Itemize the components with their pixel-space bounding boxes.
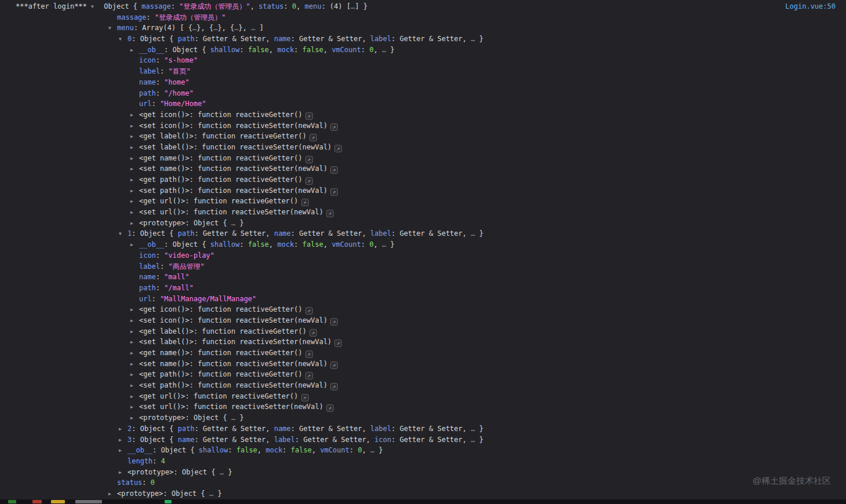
twisty-collapsed-icon[interactable]: ▶ (130, 121, 139, 132)
token-plain: <set name()>: function reactiveSetter(ne… (139, 165, 327, 173)
jump-to-definition-icon[interactable]: ↗ (330, 383, 338, 390)
token-plain: : (156, 273, 164, 281)
console-row: label: "首页" (0, 66, 846, 77)
twisty-collapsed-icon[interactable]: ▶ (130, 154, 139, 165)
console-row: ▶<prototype>: Object { … } (0, 412, 846, 423)
twisty-collapsed-icon[interactable]: ▶ (130, 381, 139, 392)
jump-to-definition-icon[interactable]: ↗ (330, 166, 338, 174)
jump-to-definition-icon[interactable]: ↗ (309, 134, 317, 141)
token-plain: : (152, 457, 161, 465)
twisty-collapsed-icon[interactable]: ▶ (130, 132, 139, 143)
twisty-collapsed-icon[interactable]: ▶ (130, 207, 139, 218)
token-plain: , (362, 446, 370, 454)
token-plain: <get path()>: function reactiveGetter() (139, 370, 302, 378)
console-row: ▶<set url()>: function reactiveSetter(ne… (0, 207, 846, 218)
twisty-collapsed-icon[interactable]: ▶ (130, 175, 139, 186)
twisty-collapsed-icon[interactable]: ▶ (130, 413, 139, 424)
jump-to-definition-icon[interactable]: ↗ (326, 404, 334, 412)
twisty-collapsed-icon[interactable]: ▶ (119, 445, 127, 456)
twisty-collapsed-icon[interactable]: ▶ (130, 337, 139, 348)
token-plain: , (323, 240, 331, 249)
jump-to-definition-icon[interactable]: ↗ (301, 394, 309, 401)
twisty-collapsed-icon[interactable]: ▶ (119, 468, 127, 479)
twisty-collapsed-icon[interactable]: ▶ (119, 424, 127, 435)
token-key: name (274, 229, 291, 238)
token-plain: } (386, 240, 394, 249)
token-plain: } (224, 468, 232, 476)
jump-to-definition-icon[interactable]: ↗ (305, 112, 313, 120)
token-plain: : (282, 446, 290, 454)
twisty-collapsed-icon[interactable]: ▶ (130, 402, 139, 413)
twisty-collapsed-icon[interactable]: ▶ (119, 435, 127, 446)
jump-to-definition-icon[interactable]: ↗ (305, 177, 313, 185)
token-plain: : Getter & Setter, (195, 229, 274, 238)
twisty-collapsed-icon[interactable]: ▶ (130, 186, 139, 197)
jump-to-definition-icon[interactable]: ↗ (330, 123, 338, 131)
jump-to-definition-icon[interactable]: ↗ (330, 361, 338, 369)
twisty-expanded-icon[interactable]: ▼ (108, 23, 117, 34)
token-plain: : Object { (132, 436, 177, 444)
token-plain: : Object { (132, 425, 177, 433)
twisty-collapsed-icon[interactable]: ▶ (130, 110, 139, 121)
token-plain: } (235, 414, 243, 422)
token-plain: : Getter & Setter, (391, 35, 471, 43)
twisty-expanded-icon[interactable]: ▼ (91, 2, 100, 13)
token-key: path (178, 35, 195, 43)
token-plain: , (374, 46, 382, 54)
twisty-collapsed-icon[interactable]: ▶ (130, 45, 139, 56)
twisty-collapsed-icon[interactable]: ▶ (130, 196, 139, 207)
twisty-collapsed-icon[interactable]: ▶ (130, 143, 139, 154)
console-row: label: "商品管理" (0, 261, 846, 272)
jump-to-definition-icon[interactable]: ↗ (326, 210, 334, 217)
token-key: shallow (210, 46, 240, 54)
token-plain: : Getter & Setter, (195, 425, 274, 433)
twisty-collapsed-icon[interactable]: ▶ (130, 316, 139, 327)
jump-to-definition-icon[interactable]: ↗ (305, 156, 313, 163)
twisty-expanded-icon[interactable]: ▼ (119, 229, 127, 240)
twisty-collapsed-icon[interactable]: ▶ (130, 392, 139, 403)
jump-to-definition-icon[interactable]: ↗ (305, 350, 313, 358)
jump-to-definition-icon[interactable]: ↗ (305, 307, 313, 315)
twisty-collapsed-icon[interactable]: ▶ (130, 327, 139, 338)
taskbar-item[interactable] (51, 500, 65, 503)
taskbar-item[interactable] (8, 500, 16, 503)
token-plain: : Getter & Setter, (295, 436, 374, 444)
taskbar-item[interactable] (165, 500, 172, 503)
twisty-collapsed-icon[interactable]: ▶ (130, 218, 139, 229)
token-num: false (302, 240, 323, 249)
twisty-collapsed-icon[interactable]: ▶ (130, 240, 139, 251)
token-plain: <set label()>: function reactiveSetter(n… (139, 143, 331, 151)
twisty-expanded-icon[interactable]: ▼ (119, 34, 127, 45)
jump-to-definition-icon[interactable]: ↗ (305, 372, 313, 379)
taskbar-item[interactable] (32, 500, 42, 503)
token-key: label (139, 262, 160, 271)
source-file-link[interactable]: Login.vue:50 (785, 1, 836, 12)
jump-to-definition-icon[interactable]: ↗ (301, 199, 309, 206)
twisty-collapsed-icon[interactable]: ▶ (130, 164, 139, 175)
token-num: false (302, 46, 323, 54)
twisty-collapsed-icon[interactable]: ▶ (130, 305, 139, 316)
taskbar-item[interactable] (75, 500, 102, 503)
token-num: 0 (151, 479, 155, 487)
twisty-collapsed-icon[interactable]: ▶ (130, 359, 139, 370)
token-key: length (127, 457, 152, 465)
token-key: name (139, 273, 156, 281)
twisty-collapsed-icon[interactable]: ▶ (130, 370, 139, 381)
token-plain: , (296, 2, 304, 10)
jump-to-definition-icon[interactable]: ↗ (330, 318, 338, 326)
token-str: "video-play" (164, 251, 214, 260)
twisty-collapsed-icon[interactable]: ▶ (108, 489, 117, 499)
jump-to-definition-icon[interactable]: ↗ (334, 145, 342, 152)
jump-to-definition-icon[interactable]: ↗ (334, 339, 342, 347)
token-plain: : Getter & Setter, (195, 436, 274, 444)
token-key: label (139, 67, 160, 75)
console-row: icon: "video-play" (0, 250, 846, 261)
console-output[interactable]: ***after login*** ▼ Object { massage: "登… (0, 0, 846, 499)
token-key: menu (117, 24, 134, 32)
token-key: icon (374, 436, 391, 444)
jump-to-definition-icon[interactable]: ↗ (309, 329, 317, 337)
twisty-collapsed-icon[interactable]: ▶ (130, 348, 139, 359)
token-plain: : (171, 2, 179, 10)
token-plain: }, { (217, 24, 234, 32)
jump-to-definition-icon[interactable]: ↗ (330, 188, 338, 196)
